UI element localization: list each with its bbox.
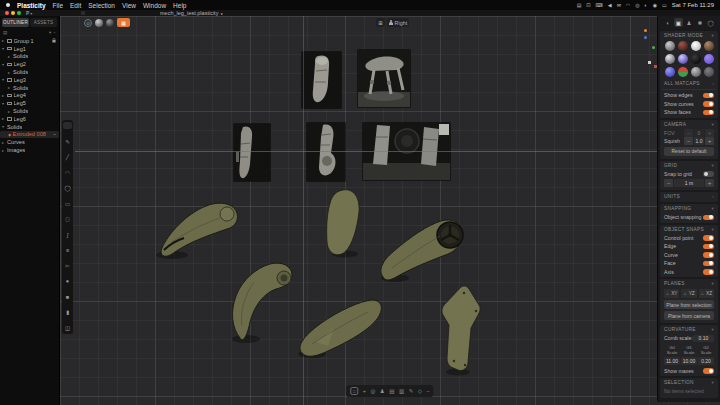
siri-icon[interactable]: ◉ (653, 2, 657, 8)
circle-tool[interactable]: ◯ (64, 185, 70, 191)
filter-icon[interactable]: ▤ (3, 30, 7, 35)
grid-toggle-button[interactable]: ⊞ (376, 18, 385, 27)
matcap-swatch[interactable] (691, 54, 701, 64)
mail-icon[interactable]: ✉ (617, 2, 621, 8)
render-tab[interactable]: ◯ (706, 18, 715, 27)
plane-xz-button[interactable]: ⊥ XZ (699, 289, 714, 298)
rendered-mode-button[interactable] (106, 19, 114, 27)
offset-tool[interactable]: ≡ (66, 247, 69, 253)
model-leg-panel-2[interactable] (233, 263, 292, 339)
planes-header[interactable]: PLANES ▾ (660, 279, 718, 288)
show-curves-toggle[interactable] (703, 101, 714, 107)
menu-view[interactable]: View (122, 2, 136, 9)
selection-header[interactable]: SELECTION ▾ (660, 378, 718, 387)
matcap-swatch[interactable] (665, 54, 675, 64)
app-menu[interactable]: Plasticity (17, 2, 46, 9)
camera-header[interactable]: CAMERA ▾ (660, 120, 718, 129)
add-tool[interactable]: + (363, 388, 366, 394)
gizmo-z-axis-dot[interactable] (644, 36, 647, 39)
outliner-item-solids-root[interactable]: ▾ Solids (0, 123, 59, 131)
menu-selection[interactable]: Selection (88, 2, 115, 9)
outliner-item-images[interactable]: ▸ Images (0, 146, 59, 154)
tab-outliner[interactable]: OUTLINER (2, 18, 29, 27)
face-toggle[interactable] (703, 261, 714, 267)
grid-size-decrement-button[interactable]: − (664, 179, 673, 187)
squish-decrement-button[interactable]: − (684, 137, 693, 145)
menu-file[interactable]: File (53, 2, 63, 9)
pen-tool[interactable]: ✎ (409, 388, 414, 394)
model-blob-panel[interactable] (327, 190, 359, 255)
trim-tool[interactable]: ✂ (65, 263, 70, 269)
matcap-swatch[interactable] (678, 54, 688, 64)
model-flat-plate[interactable] (442, 286, 480, 371)
matcap-swatch[interactable] (665, 67, 675, 77)
layers-tool[interactable]: ▥ (399, 388, 404, 394)
outliner-item-leg5[interactable]: ▾ Leg5 (0, 99, 59, 107)
snapping-header[interactable]: SNAPPING ▾ (660, 204, 718, 213)
keyboard-icon[interactable]: ⌨ (596, 2, 603, 8)
matcap-swatch[interactable] (704, 54, 714, 64)
edge-toggle[interactable] (703, 244, 714, 250)
control-point-toggle[interactable] (703, 235, 714, 241)
mirror-tool[interactable]: ◫ (65, 325, 70, 331)
matcap-swatch[interactable] (691, 41, 701, 51)
plane-from-camera-button[interactable]: Plane from camera (664, 311, 714, 320)
gizmo-home-dot[interactable] (648, 61, 651, 64)
grid-size-increment-button[interactable]: + (705, 179, 714, 187)
collapse-all-icon[interactable]: − (53, 30, 56, 35)
box-tool[interactable]: ◻ (65, 216, 70, 222)
spline-tool[interactable]: ʃ (67, 232, 68, 238)
minimize-window-button[interactable] (11, 11, 15, 15)
fov-value[interactable]: 0 (694, 129, 704, 137)
matcap-swatch[interactable] (665, 41, 675, 51)
show-maxes-toggle[interactable] (703, 368, 714, 374)
stage-manager-icon[interactable]: ▤ (577, 2, 582, 8)
outliner-item-solids[interactable]: ▸ Solids (0, 53, 59, 61)
g2-scale-input[interactable]: 0.20 (698, 357, 714, 365)
gizmo-y-axis-dot[interactable] (652, 46, 655, 49)
outliner-item-leg1[interactable]: ▾ Leg1 (0, 45, 59, 53)
xray-mode-button[interactable]: ⊘ (84, 19, 92, 27)
units-header[interactable]: UNITS › (660, 192, 718, 201)
fov-decrement-button[interactable]: − (684, 129, 693, 137)
rect-tool[interactable]: ▭ (65, 201, 70, 207)
menu-window[interactable]: Window (143, 2, 166, 9)
model-leg-panel-1[interactable] (161, 203, 237, 256)
control-center-icon[interactable]: ◐ (645, 2, 648, 8)
pivot-tool[interactable]: ◎ (371, 388, 376, 394)
outliner-item-extruded-008[interactable]: ◆ Extruded 008 ~ (0, 131, 59, 139)
curvature-header[interactable]: CURVATURE ▾ (660, 325, 718, 334)
squish-value[interactable]: 1.0 (694, 137, 704, 145)
display-icon[interactable]: ⊡ (586, 2, 590, 8)
comb-scale-input[interactable]: 0.10 (693, 335, 714, 342)
collapse-toolbar-button[interactable]: − (427, 388, 430, 394)
plane-yz-button[interactable]: ⊥ YZ (681, 289, 696, 298)
select-box-tool[interactable]: □ (350, 387, 358, 395)
visibility-icon[interactable]: ~ (53, 131, 56, 137)
model-pod-panel[interactable] (300, 300, 381, 356)
outliner-item-group1[interactable]: ▸ Group 1 (0, 37, 59, 45)
menu-help[interactable]: Help (173, 2, 186, 9)
shaded-mode-button[interactable] (95, 19, 103, 27)
toolbar-handle[interactable] (63, 122, 72, 129)
viewport-3d[interactable]: ⊘ ▦ ⊞ Right ✎ ╱ ◠ ◯ ▭ ◻ ʃ ≡ ✂ ● ■ ▮ ◫ □ … (60, 16, 720, 405)
note-tool[interactable]: ▤ (389, 388, 394, 394)
view-orientation-button[interactable]: Right (387, 18, 409, 27)
shading-tab[interactable]: ◖ (663, 18, 672, 27)
lock-icon[interactable] (52, 38, 56, 43)
outliner-item-solids[interactable]: ▸ Solids (0, 107, 59, 115)
outliner-item-solids[interactable]: ▸ Solids (0, 68, 59, 76)
g1-scale-input[interactable]: 10.00 (681, 357, 697, 365)
plane-from-selection-button[interactable]: Plane from selection (664, 300, 714, 309)
menu-edit[interactable]: Edit (70, 2, 81, 9)
all-matcaps-link[interactable]: ALL MATCAPS › (660, 79, 718, 88)
zoom-window-button[interactable] (17, 11, 21, 15)
outliner-item-leg4[interactable]: ▸ Leg4 (0, 92, 59, 100)
pencil-tool[interactable]: ✎ (65, 139, 70, 145)
close-window-button[interactable] (5, 11, 9, 15)
arc-tool[interactable]: ◠ (65, 170, 70, 176)
grid-header[interactable]: GRID ▾ (660, 161, 718, 170)
sphere-tool[interactable]: ● (66, 278, 69, 284)
squish-increment-button[interactable]: + (705, 137, 714, 145)
gizmo-x-axis-dot[interactable] (644, 29, 647, 32)
